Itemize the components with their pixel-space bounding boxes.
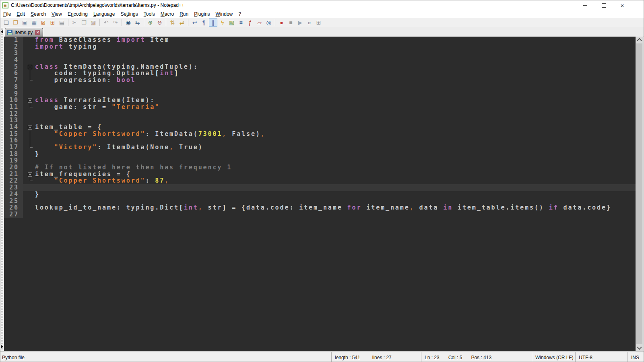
code-line-5: 5class ItemData(typing.NamedTuple): [4,64,636,70]
sync-vertical-scrolling-icon[interactable]: ⇅ [168,19,177,27]
code-text[interactable]: } [35,151,40,158]
define-language-icon[interactable]: ϟ [218,19,227,27]
menu-item-run[interactable]: Run [177,10,191,18]
menu-item-search[interactable]: Search [28,10,49,18]
editor[interactable]: 1from BaseClasses import Item2import typ… [4,37,636,351]
menu-item-plugins[interactable]: Plugins [191,10,213,18]
status-doc-size: length : 541 lines : 27 [331,352,421,362]
fold-toggle-icon[interactable] [28,65,32,69]
line-content: import typing [23,43,636,50]
document-map-icon[interactable]: ▧ [227,19,236,27]
scrollbar-thumb[interactable] [636,43,642,344]
code-text[interactable]: # If not listed here then has frequency … [35,164,232,171]
chevron-down-icon [637,345,642,350]
copy-icon[interactable]: ❒ [80,19,88,27]
undo-icon[interactable]: ↶ [102,19,110,27]
sync-horizontal-scrolling-icon[interactable]: ⇄ [178,19,186,27]
find-icon[interactable]: ◉ [124,19,132,27]
line-number: 14 [4,124,23,131]
line-number: 25 [4,198,23,205]
scroll-up-button[interactable] [636,37,643,43]
code-line-21: 21item_frequencies = { [4,171,636,178]
monitoring-icon[interactable]: ◎ [264,19,273,27]
new-file-icon[interactable]: ❏ [2,19,10,27]
tab-items-py[interactable]: Items.py ✕ [5,28,43,37]
close-button[interactable]: × [613,0,632,10]
paste-icon[interactable]: ▨ [89,19,97,27]
code-text[interactable]: "Victory": ItemData(None, True) [35,144,203,151]
macro-run-multiple-icon[interactable]: » [305,19,314,27]
fold-toggle-icon[interactable] [28,172,32,177]
close-file-icon[interactable]: ⊠ [39,19,47,27]
show-all-characters-icon[interactable]: ¶ [200,19,208,27]
zoom-out-icon[interactable]: ⊖ [155,19,164,27]
code-line-26: 26lookup_id_to_name: typing.Dict[int, st… [4,204,636,211]
zoom-in-icon[interactable]: ⊕ [146,19,155,27]
code-text[interactable]: code: typing.Optional[int] [35,70,179,77]
replace-icon[interactable]: ⇆ [133,19,142,27]
scroll-down-button[interactable] [636,344,643,351]
status-pos: Pos : 413 [471,355,491,360]
code-text[interactable]: lookup_id_to_name: typing.Dict[int, str]… [35,204,611,211]
macro-play-icon[interactable]: ▶ [296,19,304,27]
save-all-icon[interactable]: ▦ [30,19,38,27]
open-file-icon[interactable]: ❐ [11,19,20,27]
tab-close-icon[interactable]: ✕ [35,30,40,35]
line-number: 3 [4,50,23,57]
menu-item-settings[interactable]: Settings [118,10,140,18]
close-all-icon[interactable]: ⊞ [48,19,57,27]
vertical-scrollbar[interactable] [636,37,643,351]
code-line-15: 15 "Copper Shortsword": ItemData(73001, … [4,131,636,138]
line-content: item_table = { [23,124,636,131]
code-text[interactable]: "Copper Shortsword": ItemData(73001, Fal… [35,131,266,138]
menu-item-help[interactable]: ? [235,10,244,18]
menu-item-encoding[interactable]: Encoding [65,10,91,18]
print-icon[interactable]: ▤ [58,19,66,27]
document-list-icon[interactable]: ≡ [237,19,245,27]
code-line-7: 7 progression: bool [4,77,636,84]
minimize-button[interactable] [576,0,594,10]
folder-as-workspace-icon[interactable]: ▱ [255,19,264,27]
fold-toggle-icon[interactable] [28,98,32,103]
code-text[interactable]: game: str = "Terraria" [35,104,160,111]
code-text[interactable]: progression: bool [35,77,136,84]
expand-panel-arrow-icon[interactable] [1,345,3,349]
fold-guide-end [30,144,33,148]
code-text[interactable]: "Copper Shortsword": 87, [35,177,169,184]
function-list-icon[interactable]: ƒ [246,19,254,27]
status-eol-format[interactable]: Windows (CR LF) [532,352,575,362]
macro-save-icon[interactable]: ⊞ [314,19,323,27]
fold-margin [23,171,35,178]
code-text[interactable]: class TerrariaItem(Item): [35,97,155,104]
cut-icon[interactable]: ✂ [70,19,79,27]
status-insert-mode[interactable]: INS [627,352,644,362]
fold-margin [23,117,35,124]
status-encoding[interactable]: UTF-8 [575,352,627,362]
macro-stop-icon[interactable]: ■ [287,19,295,27]
menu-item-window[interactable]: Window [213,10,236,18]
fold-toggle-icon[interactable] [28,125,32,130]
fold-margin [23,211,35,218]
line-number: 12 [4,111,23,117]
menu-item-macro[interactable]: Macro [158,10,177,18]
status-doc-type: Python file [0,352,331,362]
show-indent-guide-icon[interactable]: ∥ [209,19,217,27]
macro-record-icon[interactable]: ● [277,19,286,27]
maximize-button[interactable] [594,0,613,10]
menu-item-edit[interactable]: Edit [14,10,28,18]
line-number: 27 [4,211,23,218]
code-text[interactable]: from BaseClasses import Item [35,37,169,43]
code-text[interactable]: item_frequencies = { [35,171,131,178]
code-text[interactable]: } [35,191,40,198]
menu-item-view[interactable]: View [49,10,65,18]
redo-icon[interactable]: ↷ [111,19,120,27]
code-text[interactable]: class ItemData(typing.NamedTuple): [35,64,198,70]
word-wrap-icon[interactable]: ↩ [190,19,199,27]
code-text[interactable]: import typing [35,43,97,50]
code-text[interactable]: item_table = { [35,124,102,131]
menu-item-tools[interactable]: Tools [141,10,158,18]
menu-item-file[interactable]: File [0,10,14,18]
menu-item-language[interactable]: Language [91,10,118,18]
save-file-icon[interactable]: ▣ [21,19,29,27]
collapse-panel-arrow-icon[interactable] [1,30,3,34]
